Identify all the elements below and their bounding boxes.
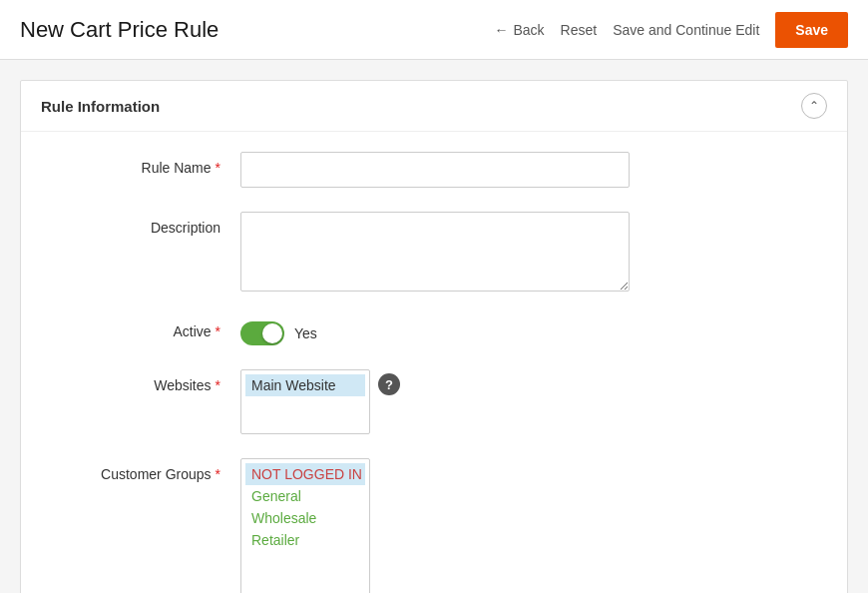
back-button[interactable]: ← Back [494,22,544,38]
description-field [240,212,827,292]
collapse-chevron-icon: ⌃ [809,99,819,113]
section-header: Rule Information ⌃ [21,81,847,132]
toggle-thumb [262,323,282,343]
reset-button[interactable]: Reset [561,22,598,38]
save-continue-button[interactable]: Save and Continue Edit [613,22,759,38]
active-toggle[interactable] [240,321,284,345]
website-option-main[interactable]: Main Website [245,374,365,396]
description-row: Description [41,212,827,292]
websites-row: Websites* Main Website ? [41,369,827,434]
rule-name-field [240,152,827,188]
active-label: Active* [41,315,240,339]
rule-name-label: Rule Name* [41,152,240,176]
cg-option-wholesale[interactable]: Wholesale [245,507,365,529]
page-title: New Cart Price Rule [20,17,494,43]
rule-name-input[interactable] [240,152,630,188]
customer-groups-label: Customer Groups* [41,458,240,482]
websites-select[interactable]: Main Website [240,369,370,434]
websites-field: Main Website ? [240,369,827,434]
description-input[interactable] [240,212,630,292]
active-value-label: Yes [294,325,317,341]
rule-information-section: Rule Information ⌃ Rule Name* Descriptio… [20,80,848,593]
header-actions: ← Back Reset Save and Continue Edit Save [494,12,848,48]
section-title: Rule Information [41,98,160,115]
customer-groups-field: NOT LOGGED IN General Wholesale Retailer [240,458,827,593]
websites-help-icon[interactable]: ? [378,373,400,395]
back-arrow-icon: ← [494,22,508,38]
page-header: New Cart Price Rule ← Back Reset Save an… [0,0,868,60]
cg-option-general[interactable]: General [245,485,365,507]
customer-groups-row: Customer Groups* NOT LOGGED IN General W… [41,458,827,593]
description-label: Description [41,212,240,236]
collapse-icon[interactable]: ⌃ [801,93,827,119]
rule-name-row: Rule Name* [41,152,827,188]
main-content: Rule Information ⌃ Rule Name* Descriptio… [0,60,868,593]
customer-groups-select[interactable]: NOT LOGGED IN General Wholesale Retailer [240,458,370,593]
active-row: Active* Yes [41,315,827,345]
cg-option-not-logged[interactable]: NOT LOGGED IN [245,463,365,485]
active-field: Yes [240,315,827,345]
section-body: Rule Name* Description Active* [21,132,847,593]
websites-label: Websites* [41,369,240,393]
active-toggle-container: Yes [240,315,317,345]
save-button[interactable]: Save [775,12,848,48]
cg-option-retailer[interactable]: Retailer [245,529,365,551]
